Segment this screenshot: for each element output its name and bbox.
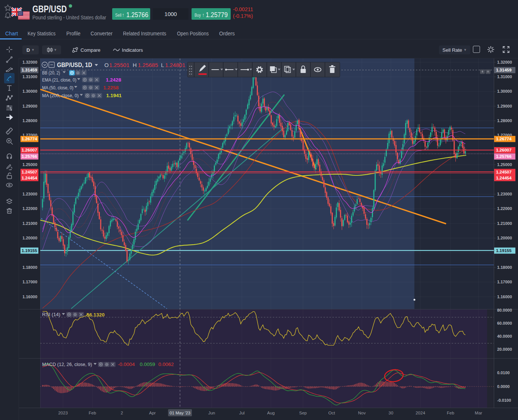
svg-text:MA (50, close, 0): MA (50, close, 0) bbox=[42, 85, 73, 90]
svg-text:MA (200, close, 0): MA (200, close, 0) bbox=[42, 93, 79, 98]
svg-text:1.1941: 1.1941 bbox=[106, 93, 122, 98]
svg-text:Mar: Mar bbox=[475, 411, 482, 415]
svg-text:1.26007: 1.26007 bbox=[22, 148, 37, 152]
svg-text:01 May '23: 01 May '23 bbox=[170, 411, 190, 415]
svg-text:0.0000: 0.0000 bbox=[497, 384, 510, 389]
svg-text:GBP/USD, 1D: GBP/USD, 1D bbox=[57, 61, 92, 68]
svg-text:Oct: Oct bbox=[328, 411, 335, 415]
svg-text:1.29000: 1.29000 bbox=[497, 104, 512, 108]
svg-text:↑: ↑ bbox=[122, 12, 124, 18]
svg-text:O: O bbox=[104, 62, 109, 68]
svg-text:1.28000: 1.28000 bbox=[22, 118, 37, 123]
svg-text:Jul: Jul bbox=[239, 411, 245, 415]
svg-text:1.26774: 1.26774 bbox=[22, 137, 37, 141]
svg-text:1.22000: 1.22000 bbox=[22, 206, 37, 211]
svg-text:Feb: Feb bbox=[89, 411, 96, 415]
svg-text:1.25766: 1.25766 bbox=[496, 154, 512, 159]
svg-text:0.0059: 0.0059 bbox=[140, 362, 155, 367]
svg-text:1.32000: 1.32000 bbox=[497, 60, 512, 64]
svg-text:GBP/USD: GBP/USD bbox=[32, 4, 67, 14]
svg-text:1.2428: 1.2428 bbox=[106, 77, 121, 83]
svg-text:20.0000: 20.0000 bbox=[497, 347, 512, 351]
svg-text:-0.0100: -0.0100 bbox=[497, 398, 511, 402]
svg-text:0.0062: 0.0062 bbox=[158, 362, 174, 367]
svg-text:1.2258: 1.2258 bbox=[103, 85, 119, 90]
svg-text:1.16000: 1.16000 bbox=[497, 295, 512, 299]
svg-text:1.18000: 1.18000 bbox=[497, 265, 512, 270]
svg-text:Apr: Apr bbox=[149, 411, 156, 415]
svg-text:Related Instruments: Related Instruments bbox=[123, 31, 166, 36]
svg-text:80.0000: 80.0000 bbox=[497, 308, 512, 312]
svg-text:Orders: Orders bbox=[219, 31, 235, 36]
svg-text:Sell: Sell bbox=[115, 13, 121, 18]
svg-text:1.24454: 1.24454 bbox=[22, 176, 37, 180]
svg-text:1.26774: 1.26774 bbox=[496, 137, 512, 141]
svg-text:Converter: Converter bbox=[91, 31, 113, 36]
svg-text:30: 30 bbox=[389, 411, 394, 415]
svg-text:1.26007: 1.26007 bbox=[496, 148, 512, 152]
svg-text:L: L bbox=[161, 62, 164, 68]
svg-text:2024: 2024 bbox=[416, 411, 425, 415]
svg-text:BB (20, 2): BB (20, 2) bbox=[42, 70, 60, 76]
svg-text:1.25000: 1.25000 bbox=[22, 162, 37, 167]
svg-text:-0.0004: -0.0004 bbox=[118, 362, 135, 367]
svg-text:1.25000: 1.25000 bbox=[497, 162, 512, 167]
svg-text:1.25501: 1.25501 bbox=[109, 62, 129, 68]
svg-text:RSI (14): RSI (14) bbox=[42, 312, 60, 317]
svg-text:1.20000: 1.20000 bbox=[497, 236, 512, 240]
svg-text:Sep: Sep bbox=[299, 411, 307, 415]
svg-text:1.31459: 1.31459 bbox=[22, 68, 37, 72]
svg-text:Jun: Jun bbox=[208, 411, 215, 415]
svg-text:1.22000: 1.22000 bbox=[497, 206, 512, 211]
svg-text:1.29000: 1.29000 bbox=[22, 104, 37, 108]
svg-text:Open Positions: Open Positions bbox=[177, 31, 209, 36]
svg-text:1.18000: 1.18000 bbox=[22, 265, 37, 270]
svg-text:40.0000: 40.0000 bbox=[497, 334, 512, 338]
svg-text:1.31000: 1.31000 bbox=[497, 74, 512, 79]
svg-text:1.25685: 1.25685 bbox=[138, 62, 158, 68]
svg-text:EMA (21, close, 0): EMA (21, close, 0) bbox=[42, 77, 76, 83]
svg-text:Chart: Chart bbox=[5, 31, 18, 36]
svg-text:1.23000: 1.23000 bbox=[22, 192, 37, 196]
svg-text:1.23000: 1.23000 bbox=[497, 192, 512, 196]
svg-text:56.1320: 56.1320 bbox=[86, 312, 105, 318]
svg-text:1.25766: 1.25766 bbox=[22, 154, 37, 159]
svg-text:H: H bbox=[133, 62, 137, 68]
svg-text:Key Statistics: Key Statistics bbox=[28, 31, 56, 36]
svg-text:1.17000: 1.17000 bbox=[22, 280, 37, 284]
svg-text:(-0.17%): (-0.17%) bbox=[233, 13, 253, 19]
svg-text:1.24801: 1.24801 bbox=[165, 62, 185, 68]
svg-text:1000: 1000 bbox=[164, 11, 177, 17]
svg-text:1.28000: 1.28000 bbox=[497, 118, 512, 123]
svg-text:2023: 2023 bbox=[58, 411, 68, 415]
svg-text:1.32000: 1.32000 bbox=[22, 60, 37, 64]
svg-text:-0.00211: -0.00211 bbox=[233, 6, 253, 12]
svg-text:0.0100: 0.0100 bbox=[497, 370, 510, 375]
svg-text:Aug: Aug bbox=[267, 411, 275, 415]
svg-text:1.24507: 1.24507 bbox=[496, 170, 512, 174]
svg-text:↑: ↑ bbox=[202, 12, 205, 18]
svg-text:60.0000: 60.0000 bbox=[497, 321, 512, 325]
svg-text:1.24454: 1.24454 bbox=[496, 176, 512, 180]
svg-text:1.19155: 1.19155 bbox=[496, 248, 512, 253]
svg-text:1.19155: 1.19155 bbox=[22, 248, 37, 253]
svg-text:Buy: Buy bbox=[195, 13, 201, 18]
svg-text:1.20000: 1.20000 bbox=[22, 236, 37, 240]
svg-text:1.16000: 1.16000 bbox=[22, 295, 37, 299]
svg-text:2: 2 bbox=[121, 411, 123, 415]
svg-text:1.25779: 1.25779 bbox=[206, 11, 228, 19]
svg-text:Nov: Nov bbox=[358, 411, 366, 415]
svg-text:1.30000: 1.30000 bbox=[22, 89, 37, 93]
svg-text:Feb: Feb bbox=[447, 411, 454, 415]
svg-text:1.21000: 1.21000 bbox=[22, 221, 37, 226]
svg-text:1.21000: 1.21000 bbox=[497, 221, 512, 226]
svg-text:Pound sterling - United States: Pound sterling - United States dollar bbox=[32, 15, 106, 20]
svg-text:MACD (12, 26, close, 9): MACD (12, 26, close, 9) bbox=[42, 362, 92, 367]
svg-text:1.31459: 1.31459 bbox=[496, 68, 512, 72]
svg-text:1.31000: 1.31000 bbox=[22, 74, 37, 79]
svg-text:1.24507: 1.24507 bbox=[22, 170, 37, 174]
svg-text:Profile: Profile bbox=[66, 31, 80, 36]
svg-text:1.30000: 1.30000 bbox=[497, 89, 512, 93]
svg-text:1.17000: 1.17000 bbox=[497, 280, 512, 284]
svg-text:1.25766: 1.25766 bbox=[126, 11, 148, 19]
